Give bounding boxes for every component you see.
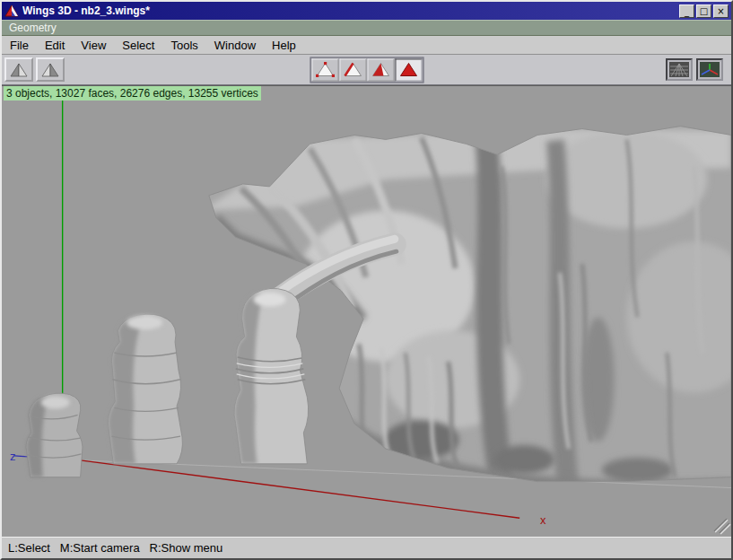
menu-file[interactable]: File [2,37,37,54]
menu-tools[interactable]: Tools [162,37,205,54]
menu-edit[interactable]: Edit [37,37,73,54]
minimize-button[interactable]: _ [679,4,694,18]
geometry-window-header[interactable]: Geometry [2,20,731,36]
z-axis-label: z [10,450,15,463]
x-axis-label: x [540,513,546,527]
titlebar[interactable]: Wings 3D - nb2_3.wings* _ □ × [2,2,731,20]
face-mode-button[interactable] [367,58,394,81]
maximize-button[interactable]: □ [696,4,711,18]
body-mode-icon [397,61,419,79]
viewport-3d[interactable]: x z 3 objects, 13027 faces, 26276 edges,… [2,85,731,537]
wings3d-window: Wings 3D - nb2_3.wings* _ □ × Geometry F… [0,0,733,560]
menu-select[interactable]: Select [114,37,162,54]
vertex-mode-button[interactable] [311,58,338,81]
menubar: File Edit View Select Tools Window Help [2,36,731,55]
edge-mode-icon [342,61,363,79]
undo-icon [9,62,29,78]
undo-button[interactable] [4,57,33,82]
toolbar-left-group [4,57,65,82]
selection-mode-group [310,57,423,83]
ground-plane-grid-icon [669,62,689,77]
scene-info-badge: 3 objects, 13027 faces, 26276 edges, 132… [4,87,261,100]
face-mode-icon [370,61,391,79]
window-controls: _ □ × [679,4,729,18]
axes-toggle-button[interactable] [696,58,723,81]
status-mouse-hints: L:Select M:Start camera R:Show menu [8,541,223,555]
redo-icon [40,62,60,78]
resize-grip[interactable] [714,519,730,534]
ground-plane-toggle-button[interactable] [666,58,693,81]
redo-button[interactable] [36,57,65,82]
scene-info-text: 3 objects, 13027 faces, 26276 edges, 132… [4,86,261,101]
menu-view[interactable]: View [73,37,114,54]
vertex-mode-icon [314,61,336,79]
app-icon [4,4,19,18]
toolbar-right-group [666,58,723,81]
menu-window[interactable]: Window [206,37,264,54]
rock-pillar-small[interactable] [26,393,83,477]
toolbar [2,55,731,85]
body-mode-button[interactable] [395,58,422,81]
geometry-window-title: Geometry [9,22,57,34]
edge-mode-button[interactable] [339,58,366,81]
statusbar: L:Select M:Start camera R:Show menu [2,537,731,558]
close-button[interactable]: × [713,4,729,18]
rock-pillar-tall[interactable] [234,288,309,463]
menu-help[interactable]: Help [264,37,304,54]
axes-icon [700,62,720,77]
scene-canvas: x z [2,86,731,537]
rock-pillar-middle[interactable] [108,314,182,464]
window-title: Wings 3D - nb2_3.wings* [22,4,676,17]
